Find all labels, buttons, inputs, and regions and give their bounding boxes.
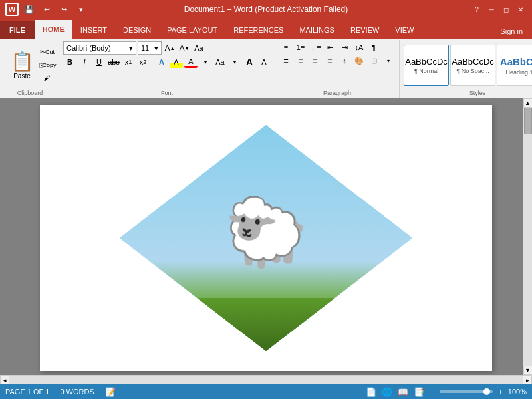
status-right: 📄 🌐 📖 📑 ─ + 100% <box>366 387 527 397</box>
paragraph-label: Paragraph <box>279 88 395 96</box>
font-size-selector[interactable]: 11 ▾ <box>138 41 162 55</box>
clear-format-button[interactable]: Aa <box>192 42 205 54</box>
clipboard-side: ✂ Cut ⎘ Copy 🖌 <box>40 46 55 84</box>
borders-button[interactable]: ⊞ <box>367 55 380 66</box>
bullets-button[interactable]: ≡ <box>279 41 293 53</box>
line-spacing-button[interactable]: ↕ <box>338 55 351 66</box>
align-right-button[interactable]: ≡ <box>309 55 322 66</box>
paragraph-group: ≡ 1≡ ⋮≡ ⇤ ⇥ ↕A ¶ ≡ ≡ ≡ ≡ ↕ 🎨 ⊞ ▾ <box>277 40 400 98</box>
subscript-button[interactable]: x1 <box>122 56 135 68</box>
style-normal[interactable]: AaBbCcDc ¶ Normal <box>404 45 449 86</box>
font-format-aa-dropdown[interactable]: ▾ <box>228 56 241 68</box>
borders-dropdown[interactable]: ▾ <box>382 55 395 66</box>
scroll-left-button[interactable]: ◂ <box>0 376 9 385</box>
tab-insert[interactable]: INSERT <box>72 21 115 39</box>
para-row-1: ≡ 1≡ ⋮≡ ⇤ ⇥ ↕A ¶ <box>279 41 395 53</box>
align-left-button[interactable]: ≡ <box>279 55 293 66</box>
font-row-2: B I U abc x1 x2 A A A ▾ Aa ▾ A A <box>63 56 271 68</box>
shrink-font-button[interactable]: A▼ <box>178 42 191 54</box>
qat-dropdown-button[interactable]: ▾ <box>74 3 88 16</box>
view-reading-button[interactable]: 📖 <box>398 387 408 397</box>
clipboard-group-content: 📋 Paste ✂ Cut ⎘ Copy 🖌 <box>5 41 55 88</box>
style-no-spacing[interactable]: AaBbCcDc ¶ No Spac... <box>450 45 495 86</box>
tab-home[interactable]: HOME <box>35 20 72 39</box>
tab-design[interactable]: DESIGN <box>115 21 159 39</box>
zoom-slider[interactable] <box>440 390 493 393</box>
grow-font-button[interactable]: A▲ <box>163 42 176 54</box>
styles-group: AaBbCcDc ¶ Normal AaBbCcDc ¶ No Spac... … <box>401 40 532 98</box>
highlight-button[interactable]: A <box>170 56 183 68</box>
font-size-dropdown-icon: ▾ <box>154 44 158 53</box>
doc-page[interactable]: 🐑 <box>40 105 492 371</box>
help-button[interactable]: ? <box>471 4 483 15</box>
sign-in-button[interactable]: Sign in <box>493 24 529 39</box>
text-effect-button[interactable]: A <box>155 56 168 68</box>
italic-button[interactable]: I <box>78 56 91 68</box>
scroll-down-button[interactable]: ▼ <box>523 366 533 375</box>
paste-button[interactable]: 📋 Paste <box>5 45 39 85</box>
font-format-aa[interactable]: Aa <box>213 56 227 68</box>
minimize-button[interactable]: ─ <box>485 4 497 15</box>
clipboard-group: 📋 Paste ✂ Cut ⎘ Copy 🖌 Clipboard <box>3 40 59 98</box>
title-right: ? ─ ◻ ✕ <box>471 4 527 15</box>
zoom-plus-button[interactable]: + <box>498 388 502 396</box>
bold-button[interactable]: B <box>63 56 76 68</box>
font-name-selector[interactable]: Calibri (Body) ▾ <box>63 41 136 55</box>
copy-button[interactable]: ⎘ Copy <box>40 59 55 71</box>
shading-button[interactable]: 🎨 <box>352 55 366 66</box>
superscript-button[interactable]: x2 <box>136 56 150 68</box>
strikethrough-button[interactable]: abc <box>107 56 120 68</box>
style-no-spacing-label: ¶ No Spac... <box>456 68 489 74</box>
scroll-thumb-vertical[interactable] <box>524 108 532 134</box>
view-outline-button[interactable]: 📑 <box>414 387 424 397</box>
font-color-button[interactable]: A <box>184 56 198 68</box>
tab-file[interactable]: FILE <box>0 21 35 39</box>
tab-references[interactable]: REFERENCES <box>225 21 291 39</box>
lamb-figure: 🐑 <box>225 198 308 265</box>
style-heading1[interactable]: AaBbCc Heading 1 <box>497 45 532 86</box>
redo-qat-button[interactable]: ↪ <box>57 3 70 16</box>
view-normal-button[interactable]: 📄 <box>366 387 376 397</box>
zoom-minus-button[interactable]: ─ <box>430 388 435 396</box>
font-dropdown-icon: ▾ <box>129 44 133 53</box>
font-color-dropdown[interactable]: ▾ <box>199 56 212 68</box>
align-center-button[interactable]: ≡ <box>294 55 307 66</box>
clipboard-label: Clipboard <box>5 88 55 96</box>
proofing-icon[interactable]: 📝 <box>105 387 116 397</box>
zoom-thumb[interactable] <box>483 388 490 395</box>
sort-button[interactable]: ↕A <box>352 41 366 53</box>
show-marks-button[interactable]: ¶ <box>367 41 380 53</box>
scroll-right-button[interactable]: ▸ <box>523 376 532 385</box>
scroll-track-horizontal[interactable] <box>9 376 523 384</box>
tab-mailings[interactable]: MAILINGS <box>291 21 342 39</box>
close-button[interactable]: ✕ <box>515 4 527 15</box>
increase-indent-button[interactable]: ⇥ <box>338 41 351 53</box>
save-qat-button[interactable]: 💾 <box>23 3 36 16</box>
word-count: 0 WORDS <box>60 388 94 396</box>
restore-button[interactable]: ◻ <box>500 4 512 15</box>
tab-review[interactable]: REVIEW <box>342 21 387 39</box>
tab-page-layout[interactable]: PAGE LAYOUT <box>159 21 225 39</box>
justify-button[interactable]: ≡ <box>323 55 336 66</box>
tab-view[interactable]: VIEW <box>387 21 422 39</box>
zoom-level[interactable]: 100% <box>508 388 527 396</box>
numbering-button[interactable]: 1≡ <box>294 41 307 53</box>
view-web-button[interactable]: 🌐 <box>382 387 392 397</box>
horizontal-scrollbar[interactable]: ◂ ▸ <box>0 375 532 384</box>
style-normal-label: ¶ Normal <box>414 68 438 74</box>
format-painter-button[interactable]: 🖌 <box>40 72 55 84</box>
vertical-scrollbar[interactable]: ▲ ▼ <box>523 98 532 375</box>
doc-area: 🐑 <box>0 98 532 375</box>
diamond-image[interactable]: 🐑 <box>120 125 412 351</box>
scroll-up-button[interactable]: ▲ <box>523 98 533 108</box>
cut-button[interactable]: ✂ Cut <box>40 46 55 58</box>
grow-font-2[interactable]: A <box>243 56 256 68</box>
paste-icon: 📋 <box>11 51 34 72</box>
scroll-track-vertical[interactable] <box>523 108 532 366</box>
multilevel-button[interactable]: ⋮≡ <box>309 41 322 53</box>
undo-qat-button[interactable]: ↩ <box>40 3 53 16</box>
paste-label: Paste <box>13 72 31 80</box>
decrease-indent-button[interactable]: ⇤ <box>323 41 336 53</box>
shrink-font-2[interactable]: A <box>257 56 271 68</box>
underline-button[interactable]: U <box>92 56 106 68</box>
